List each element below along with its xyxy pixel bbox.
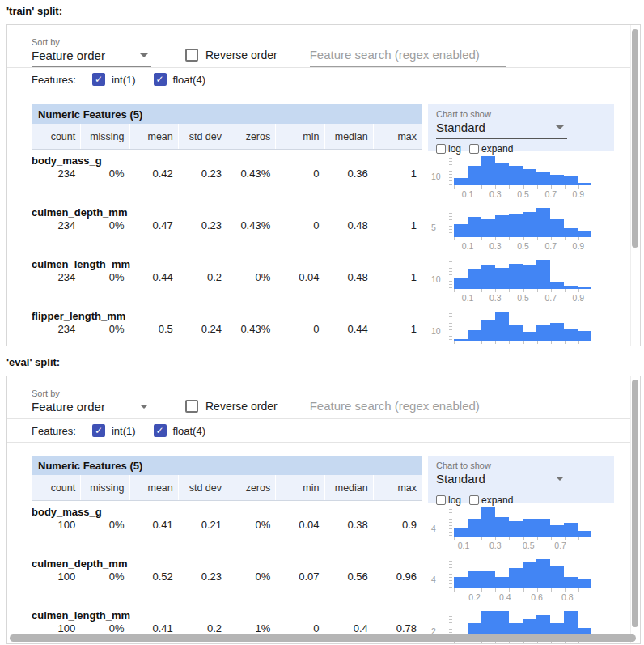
stat-value: 0.2 [178,271,227,283]
log-checkbox[interactable] [436,495,446,505]
histogram-bar [509,264,523,289]
histogram-bar [481,156,495,185]
controls-row: Sort by Feature order Reverse order [7,25,640,67]
stat-value: 0 [275,219,324,231]
x-axis-tick-label: 0.4 [499,592,511,602]
histogram-bar [454,528,468,537]
vertical-scrollbar[interactable] [630,376,640,643]
feature-search-input[interactable] [310,399,506,418]
y-axis-tick-label: 4 [431,524,436,533]
stat-value: 0% [80,519,129,531]
sort-by-dropdown[interactable]: Sort by Feature order [32,37,151,67]
x-axis-tick-label: 0.9 [573,345,585,346]
histogram-bar [468,571,481,588]
histogram-bar [468,519,481,537]
y-axis-ruler [449,261,452,289]
log-checkbox[interactable] [436,144,446,154]
histogram-bar [495,577,509,588]
x-axis-tick-label: 0.1 [462,241,474,251]
histogram-bar [578,531,591,537]
reverse-order-checkbox[interactable] [185,49,198,62]
horizontal-scrollbar-thumb[interactable] [10,634,636,642]
float-filter-label: float(4) [173,425,205,437]
reverse-order-option: Reverse order [185,400,278,418]
numeric-features-header: Numeric Features (5) [32,456,422,475]
stat-value: 100 [32,519,80,531]
stat-value: 0.43% [227,219,275,231]
column-header: missing [80,475,129,500]
histogram-bar [509,325,523,341]
expand-option: expand [469,494,513,506]
histogram-bar [523,265,536,289]
chart-type-dropdown[interactable]: Standard [436,121,567,139]
charts-column: Chart to show Standard log expand 10 [428,104,621,346]
float-filter-checkbox[interactable]: ✓ [154,73,167,86]
histogram-bar [523,169,536,185]
stat-value: 0% [80,323,129,335]
histogram-culmen_depth_mm: 50.10.30.50.70.9 [428,206,621,255]
vertical-scrollbar-thumb[interactable] [632,29,638,248]
feature-name: body_mass_g [32,155,426,167]
stat-value: 0.52 [129,571,178,583]
histogram-bar [578,231,591,237]
stat-value: 1 [373,323,422,335]
stat-value: 0% [227,519,275,531]
int-filter-checkbox[interactable]: ✓ [92,424,105,437]
float-filter-checkbox[interactable]: ✓ [154,424,167,437]
int-filter-checkbox[interactable]: ✓ [92,73,105,86]
expand-checkbox[interactable] [469,495,479,505]
stat-value: 0.36 [324,168,373,180]
column-header: missing [80,124,129,149]
table-row: body_mass_g2340%0.420.230.43%00.361 [32,155,426,202]
stat-value: 0 [275,323,324,335]
eval-split-panel: Sort by Feature order Reverse order Feat… [6,376,641,644]
table-column-headers: countmissingmeanstd devzerosminmedianmax [32,475,422,501]
feature-search-input[interactable] [310,48,506,67]
expand-option: expand [469,143,513,155]
x-axis-tick-label: 0.5 [517,293,529,303]
histogram-bar [468,217,481,237]
column-header: max [373,124,422,149]
histogram-bar [550,525,564,537]
log-option: log [436,143,461,155]
stat-value: 0.41 [129,519,178,531]
x-axis-tick-label: 0.7 [544,345,557,346]
histogram-bar [536,559,550,588]
histogram-bar [481,320,495,341]
stat-value: 0.43% [227,168,275,180]
x-axis-tick-label: 0.7 [544,293,557,303]
histogram-culmen_depth_mm: 40.20.40.60.8 [428,558,621,606]
stat-value: 0.48 [324,219,373,231]
histogram-bar [578,331,591,341]
sort-by-value: Feature order [32,49,105,62]
histogram-bar [550,566,564,588]
column-header: min [275,475,324,500]
stat-value: 0.48 [324,271,373,283]
column-header: max [373,475,422,500]
stat-value: 0.56 [324,571,373,583]
histogram-bar [536,172,550,185]
stat-value: 100 [32,622,80,634]
features-label: Features: [32,74,76,86]
sort-by-dropdown[interactable]: Sort by Feature order [32,388,151,418]
histogram-bar [509,214,523,237]
x-axis-tick-label: 0.3 [489,241,502,251]
column-header: std dev [178,475,227,500]
histogram-body_mass_g: 40.10.30.50.7 [428,506,621,554]
chart-to-show-label: Chart to show [436,460,606,470]
y-axis-tick-label: 5 [431,223,436,232]
x-axis-tick-label: 0.7 [544,189,557,199]
chevron-down-icon [556,125,564,129]
reverse-order-label: Reverse order [205,400,278,413]
stat-value: 234 [32,168,80,180]
chart-type-dropdown[interactable]: Standard [436,472,567,490]
histogram-bar [468,269,481,289]
vertical-scrollbar[interactable] [630,25,640,346]
stat-value: 0% [227,571,275,583]
vertical-scrollbar-thumb[interactable] [632,380,638,627]
feature-name: culmen_length_mm [32,609,426,622]
x-axis-tick-label: 0.3 [489,541,502,550]
reverse-order-checkbox[interactable] [185,400,198,413]
stat-value: 0.4 [324,622,373,634]
expand-checkbox[interactable] [469,144,479,154]
